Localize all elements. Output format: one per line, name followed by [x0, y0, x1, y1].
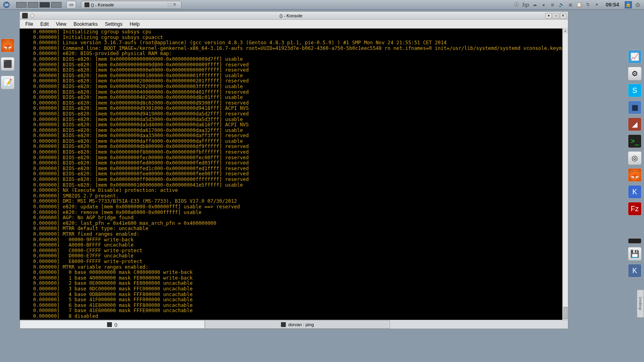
network-icon[interactable]: ⇅ [585, 2, 591, 8]
scroll-thumb[interactable] [564, 307, 568, 319]
menubar: File Edit View Bookmarks Settings Help [20, 20, 568, 29]
globe-icon[interactable]: ● [541, 2, 547, 8]
lock-icon[interactable]: 🔒 [625, 1, 632, 8]
terminal-line: 0.000000] 8 disabled [21, 314, 566, 319]
task-desktop-button[interactable]: ▭ [66, 1, 76, 9]
terminal-line: 0.000000] BIOS-e820: [mem 0x00000000da5d… [21, 117, 566, 123]
task-konsole-label: () - Konsole [91, 2, 114, 7]
terminal-line: 0.000000] BIOS-e820: [mem 0x000000000009… [21, 62, 566, 68]
minimize-button[interactable]: ▾ [545, 13, 552, 19]
terminal-line: 0.000000] Command line: BOOT_IMAGE=/kern… [21, 46, 566, 51]
terminal-line: 0.000000] BIOS-e820: [mem 0x00000000000e… [21, 68, 566, 73]
terminal-line: 0.000000] BIOS-e820: [mem 0x00000000ff00… [21, 177, 566, 183]
terminal-line: 0.000000] BIOS-e820: [mem 0x00000000d930… [21, 106, 566, 111]
terminal-line: 0.000000] MTRR fixed ranges enabled: [21, 232, 566, 237]
menu-view[interactable]: View [53, 21, 70, 28]
right-dock: 📈 ⚙ S ▦ ◢ >_ ◎ 🦊 K Fz 💾 K [628, 50, 643, 278]
terminal-line: 0.000000] BIOS-e820: [mem 0x000000004000… [21, 90, 566, 95]
desktop-1[interactable] [16, 2, 27, 8]
skype-launcher[interactable]: S [628, 84, 642, 97]
terminal-launcher[interactable]: ⬛ [1, 57, 14, 71]
terminal-icon [107, 322, 112, 327]
keyboard-layout[interactable]: it [549, 2, 556, 8]
firefox-launcher-2[interactable]: 🦊 [628, 168, 642, 182]
terminal-line: 0.000000] BIOS-e820: [mem 0x00000000da5d… [21, 122, 566, 128]
kate-launcher[interactable]: K [628, 185, 642, 199]
window-icon [22, 13, 28, 19]
terminal-line: 0.000000] 5 base 41F000000 mask FFF00000… [21, 297, 566, 303]
clock[interactable]: 09:54 [606, 2, 619, 8]
display-icon[interactable]: 🖥 [567, 2, 574, 8]
scrollbar[interactable]: ▴ ▾ [562, 29, 568, 320]
terminal-line: 0.000000] BIOS-e820: [mem 0x00000000d941… [21, 111, 566, 117]
device-launcher[interactable]: 💾 [628, 247, 642, 261]
firefox-launcher[interactable]: 🦊 [1, 39, 14, 52]
scroll-track[interactable] [563, 33, 568, 315]
terminal-line: 0.000000] 1 base 400000000 mask FE000000… [21, 276, 566, 281]
task-konsole[interactable]: () - Konsole ⬚ ✕ [81, 1, 182, 9]
terminal-line: 0.000000] 4 base 0DB800000 mask FFF80000… [21, 292, 566, 298]
monitor-launcher[interactable]: 📈 [628, 50, 642, 64]
terminal-icon [85, 2, 89, 7]
chevron-down-icon[interactable]: ▾ [594, 2, 600, 8]
terminal-line: 0.000000] MTRR variable ranges enabled: [21, 265, 566, 270]
menu-edit[interactable]: Edit [37, 21, 52, 28]
terminal-line: 0.000000] e820: last_pfn = 0x41e600 max_… [21, 221, 566, 226]
volume-icon[interactable]: 🔈 [558, 2, 565, 8]
menu-bookmarks[interactable]: Bookmarks [70, 21, 101, 28]
terminal-line: 0.000000] BIOS-e820: [mem 0x000000004020… [21, 95, 566, 101]
task-pin-icon[interactable]: ⬚ ✕ [166, 2, 178, 7]
close-button[interactable]: ✕ [560, 13, 566, 19]
app-launcher-3[interactable]: ◎ [628, 151, 642, 165]
terminal-line: 0.000000] BIOS-e820: [mem 0x00000000fed1… [21, 166, 566, 172]
terminal-line: 0.000000] Initializing cgroup subsys cpu… [21, 35, 566, 41]
terminal-line: 0.000000] BIOS-e820: [mem 0x00000000daa3… [21, 133, 566, 139]
desktop-2[interactable] [28, 2, 38, 8]
menu-help[interactable]: Help [126, 21, 143, 28]
tab-1[interactable]: () [20, 320, 205, 329]
editor-launcher[interactable]: 📝 [1, 76, 14, 89]
terminal-line: 0.000000] e820: update [mem 0x00000000-0… [21, 204, 566, 210]
left-dock: 🦊 ⬛ 📝 [1, 39, 16, 89]
titlebar[interactable]: () - Konsole ▾ ◇ ✕ [20, 12, 568, 20]
filezilla-launcher[interactable]: Fz [628, 202, 642, 216]
clipboard-icon[interactable]: 📋 [576, 2, 582, 8]
window-title: () - Konsole [37, 13, 545, 18]
app-launcher-2[interactable]: ◢ [628, 117, 642, 131]
logout-icon[interactable]: ⏻ [634, 2, 641, 8]
tray-indicator[interactable] [628, 238, 642, 244]
menu-file[interactable]: File [22, 21, 36, 28]
terminal-line: 0.000000] 0 base 000000000 mask C0000000… [21, 270, 566, 276]
terminal-line: 0.000000] A0000-BFFFF uncachable [21, 243, 566, 248]
terminal-line: 0.000000] 7 base 41E600000 mask FFFE0000… [21, 308, 566, 314]
kde-launcher[interactable]: K [628, 264, 642, 278]
konsole-launcher[interactable]: >_ [628, 134, 642, 148]
window-sticky-icon[interactable] [30, 14, 34, 18]
taskbar: ▭ () - Konsole ⬚ ✕ ⓘ hp ☁ ● it 🔈 🖥 📋 ⇅ ▾… [0, 0, 644, 10]
terminal-line: 0.000000] BIOS-e820: [mem 0x00000000db80… [21, 144, 566, 150]
terminal-line: 0.000000] 6 base 41E800000 mask FFF80000… [21, 303, 566, 309]
terminal-line: 0.000000] DMI: MSI MS-7733/B75IA-E33 (MS… [21, 199, 566, 204]
cloud-icon[interactable]: ☁ [532, 2, 538, 8]
terminal-line: 0.000000] BIOS-e820: [mem 0x00000000d8c0… [21, 101, 566, 106]
pager[interactable] [16, 2, 62, 8]
terminal-line: 0.000000] BIOS-e820: [mem 0x000000000000… [21, 57, 566, 62]
terminal-line: 0.000000] BIOS-e820: [mem 0x00000000da61… [21, 128, 566, 134]
desktop-3[interactable] [39, 2, 50, 8]
tab-2[interactable]: dorvan : ping [205, 320, 390, 329]
terminal-line: 0.000000] BIOS-e820: [mem 0x00000000daff… [21, 139, 566, 144]
kmenu-button[interactable] [2, 1, 11, 9]
app-launcher-1[interactable]: ▦ [628, 101, 642, 114]
terminal-line: 0.000000] E8000-FFFFF write-protect [21, 259, 566, 265]
menu-settings[interactable]: Settings [102, 21, 126, 28]
desktop-4[interactable] [51, 2, 62, 8]
terminal-line: 0.000000] BIOS-e820: [mem 0x000000002020… [21, 84, 566, 90]
desktop-handle[interactable]: Desktop [637, 290, 644, 318]
settings-launcher[interactable]: ⚙ [628, 67, 642, 80]
system-tray: ⓘ hp ☁ ● it 🔈 🖥 📋 ⇅ ▾ 09:54 🔒 ⏻ [514, 1, 644, 8]
maximize-button[interactable]: ◇ [553, 13, 559, 19]
info-icon[interactable]: ⓘ [514, 2, 520, 8]
terminal-output[interactable]: 0.000000] Initializing cgroup subsys cpu… [20, 29, 568, 320]
scroll-up-icon[interactable]: ▴ [563, 29, 568, 33]
terminal-icon [281, 322, 286, 327]
